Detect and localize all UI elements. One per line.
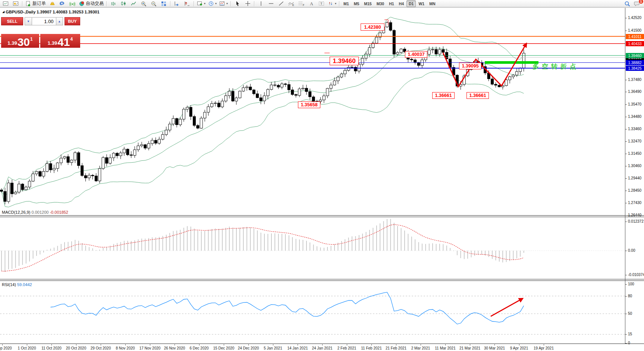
- candle: [519, 68, 522, 72]
- price-annotation[interactable]: 1.40037: [405, 51, 427, 58]
- timeframe-M15[interactable]: M15: [362, 0, 374, 7]
- autotrade-button[interactable]: 自动交易: [78, 0, 105, 7]
- price-tick: [625, 191, 627, 191]
- turning-point-note[interactable]: 多空转折点: [533, 62, 579, 71]
- autoscroll-button[interactable]: [172, 0, 182, 7]
- toolbar-separator: [170, 1, 171, 6]
- buy-price-tile[interactable]: 1.39 41 4: [40, 34, 80, 48]
- svg-text:E: E: [292, 4, 294, 6]
- timeframe-M1[interactable]: M1: [341, 0, 351, 7]
- chart-bars-button[interactable]: [109, 0, 118, 7]
- price-annotation[interactable]: 1.36661: [466, 92, 489, 99]
- candle: [368, 48, 371, 54]
- crosshair-button[interactable]: [243, 0, 252, 7]
- timeframe-H1[interactable]: H1: [387, 0, 396, 7]
- chart-window-icon[interactable]: [1, 0, 10, 7]
- candle: [56, 163, 59, 169]
- volume-input[interactable]: [32, 17, 56, 25]
- macd-panel[interactable]: [0, 217, 625, 279]
- candle: [4, 191, 6, 201]
- date-tick: [2, 344, 3, 345]
- candle: [295, 94, 297, 95]
- toolbar-right: 1: [622, 0, 642, 7]
- new-order-button[interactable]: 新订单: [24, 0, 47, 7]
- support-zone-bar: [485, 61, 538, 64]
- rsi-panel[interactable]: [0, 281, 625, 344]
- date-label: 11 Mar 2021: [435, 346, 455, 350]
- timeframe-H4[interactable]: H4: [397, 0, 406, 7]
- rsi-value: 59.0442: [17, 282, 32, 287]
- community-icon[interactable]: [57, 0, 67, 7]
- date-label: 29 Oct 2020: [91, 346, 111, 350]
- search-button[interactable]: [622, 0, 632, 7]
- candle: [281, 84, 283, 87]
- price-annotation[interactable]: 1.39460: [330, 57, 359, 65]
- zoom-in-button[interactable]: [139, 0, 148, 7]
- timeframe-D1[interactable]: D1: [406, 0, 416, 7]
- price-annotation[interactable]: 1.36661: [432, 92, 455, 99]
- price-annotation[interactable]: 1.39095: [459, 63, 481, 69]
- text-tool[interactable]: A: [307, 0, 316, 7]
- macd-tick-label: 0.00: [628, 248, 635, 253]
- price-annotation[interactable]: 1.42380: [361, 23, 384, 31]
- vline-tool[interactable]: [256, 0, 266, 7]
- rsi-tick-label: 80: [628, 294, 632, 298]
- macd-tick: [625, 251, 627, 251]
- candle: [126, 149, 129, 155]
- rsi-line: [51, 292, 524, 324]
- candle: [228, 91, 231, 96]
- sell-price-tile[interactable]: 1.39 30 1: [1, 34, 39, 48]
- date-label: 15 Dec 2020: [213, 346, 235, 350]
- period-dropdown[interactable]: ▾: [207, 0, 218, 7]
- candle: [442, 50, 444, 53]
- chevron-down-icon: ▾: [335, 2, 336, 5]
- chat-button[interactable]: 1: [632, 0, 642, 7]
- date-tick: [125, 344, 126, 345]
- candle: [109, 158, 111, 163]
- candle: [200, 118, 202, 128]
- candle: [326, 88, 329, 96]
- arrows-dropdown[interactable]: ▾: [327, 0, 337, 7]
- price-annotation[interactable]: 1.35658: [298, 101, 320, 108]
- chart-candles-button[interactable]: [119, 0, 128, 7]
- cursor-button[interactable]: [233, 0, 242, 7]
- volume-increase-button[interactable]: ▲: [56, 17, 63, 25]
- fibonacci-tool[interactable]: F: [296, 0, 306, 7]
- date-label: 21 Feb 2021: [386, 346, 406, 350]
- date-tick: [175, 344, 175, 345]
- candle: [189, 107, 192, 117]
- buy-button[interactable]: BUY: [65, 17, 80, 25]
- hline-tool[interactable]: [266, 0, 276, 7]
- toolbar: 新订单 自动交易 ▾ ▾: [0, 0, 644, 7]
- candle: [88, 175, 91, 178]
- candle: [410, 59, 413, 60]
- chart-shift-button[interactable]: [182, 0, 192, 7]
- signal-icon[interactable]: [67, 0, 77, 7]
- rsi-tick: [625, 314, 627, 314]
- rsi-tick: [625, 296, 627, 297]
- template-dropdown[interactable]: ▾: [218, 0, 229, 7]
- profile-icon[interactable]: [11, 0, 21, 7]
- tile-windows-button[interactable]: [159, 0, 169, 7]
- volume-decrease-button[interactable]: ▼: [25, 17, 32, 25]
- channel-tool[interactable]: E: [286, 0, 296, 7]
- timeframe-MN[interactable]: MN: [427, 0, 437, 7]
- deposit-icon[interactable]: [47, 0, 57, 7]
- main-price-chart[interactable]: [0, 8, 625, 215]
- candle: [74, 153, 76, 160]
- candle: [298, 89, 301, 95]
- label-tool[interactable]: T: [317, 0, 326, 7]
- new-chart-dropdown[interactable]: ▾: [196, 0, 207, 7]
- zoom-out-button[interactable]: [149, 0, 158, 7]
- candle: [494, 84, 497, 85]
- chart-line-button[interactable]: [129, 0, 138, 7]
- timeframe-W1[interactable]: W1: [416, 0, 427, 7]
- sell-button[interactable]: SELL: [1, 17, 23, 25]
- candle: [491, 79, 494, 84]
- trendline-tool[interactable]: [276, 0, 286, 7]
- timeframe-M5[interactable]: M5: [352, 0, 362, 7]
- timeframe-M30[interactable]: M30: [374, 0, 386, 7]
- price-line-badge: 1.38882: [626, 60, 644, 65]
- rsi-tick-label: 15: [628, 332, 632, 336]
- macd-tick-label: -0.010374: [628, 273, 644, 277]
